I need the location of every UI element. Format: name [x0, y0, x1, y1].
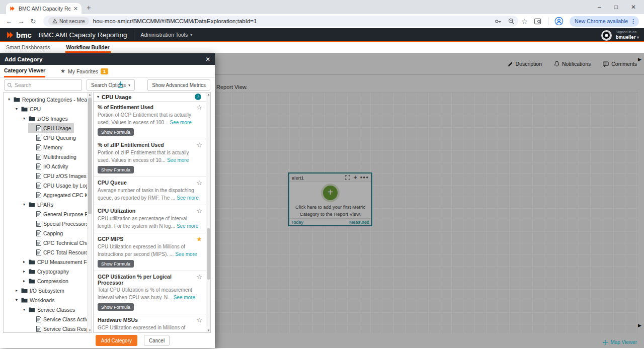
zoom-icon[interactable] — [508, 18, 515, 25]
see-more-link[interactable]: See more — [177, 223, 198, 229]
tree-node[interactable]: CPU Usage by Logical Processor — [28, 181, 92, 190]
tab-category-viewer[interactable]: Category Viewer — [4, 65, 45, 77]
metric-card[interactable]: % of zIIP Entitlement Used Portion of zI… — [94, 139, 207, 177]
tree-caret-icon[interactable] — [14, 288, 19, 293]
group-caret-icon[interactable]: ▾ — [97, 95, 99, 99]
widget-time-range[interactable]: Today — [291, 220, 303, 225]
metric-card[interactable]: % of Entitlement Used Portion of GCP Ent… — [94, 102, 207, 139]
tree-node[interactable]: CPC Total Resource Consumption — [28, 247, 92, 257]
profile-icon[interactable] — [554, 17, 564, 26]
tab-my-favorites[interactable]: ★ My Favorites 1 — [60, 65, 108, 77]
see-more-link[interactable]: See more — [170, 120, 191, 125]
widget-data-mode[interactable]: Measured — [349, 220, 369, 225]
tree-node[interactable]: Cryptography — [21, 267, 72, 276]
metric-card[interactable]: CPU Utilization CPU utilization as perce… — [94, 205, 207, 233]
browser-tab[interactable]: BMC AMI Capacity Reporting ✕ — [6, 3, 82, 14]
add-metric-icon[interactable]: + — [353, 175, 357, 181]
metric-card[interactable]: GCP Utilization % per Logical Processor … — [94, 271, 207, 314]
tree-caret-icon[interactable] — [22, 279, 27, 283]
metric-card[interactable]: Hardware MSUs GCP Utilization expressed … — [94, 314, 207, 333]
tree-node[interactable]: CPU z/OS Images Usage Limits — [28, 171, 92, 181]
tree-node[interactable]: Multithreading — [28, 152, 79, 161]
tree-scrollbar[interactable]: ▲ ▼ — [87, 93, 92, 332]
see-more-link[interactable]: See more — [167, 157, 189, 163]
tree-node[interactable]: LPARs — [21, 200, 56, 209]
new-tab-button[interactable]: + — [87, 3, 91, 12]
reading-mode-icon[interactable] — [534, 18, 542, 25]
window-close-button[interactable]: ✕ — [631, 4, 636, 11]
tree-caret-icon[interactable] — [22, 307, 27, 312]
widget-header[interactable]: alert1 + ●●● — [289, 173, 371, 182]
metric-card[interactable]: CPU Queue Average number of tasks in the… — [94, 177, 207, 205]
reload-icon[interactable]: ↻ — [27, 18, 39, 25]
add-category-button[interactable]: Add Category — [96, 335, 137, 346]
tree-node[interactable]: Reporting Categories - Measured — [6, 95, 92, 104]
new-chrome-button[interactable]: New Chrome available ⋮ — [570, 16, 639, 27]
dialog-close-icon[interactable]: ✕ — [205, 56, 210, 63]
notifications-link[interactable]: Notifications — [554, 61, 591, 67]
search-options-button[interactable]: Search Options ▾ — [87, 79, 135, 91]
not-secure-chip[interactable]: Not secure — [48, 17, 89, 25]
metric-card[interactable]: GCP MIPS CPU Utilization expressed in Mi… — [94, 233, 207, 271]
tab-workflow-builder[interactable]: Workflow Builder — [65, 43, 111, 53]
window-minimize-button[interactable]: – — [598, 4, 601, 11]
tree-node[interactable]: z/OS Images — [21, 114, 71, 123]
metric-scrollbar[interactable]: ▲ ▼ — [206, 93, 210, 332]
show-formula-button[interactable]: Show Formula — [98, 166, 134, 173]
expand-icon[interactable] — [345, 175, 350, 180]
expand-panel-right-icon[interactable]: ▶ — [638, 57, 641, 62]
tree-node[interactable]: General Purpose Processors — [28, 209, 92, 219]
address-bar[interactable]: Not secure hou-mco-amicr/BMCCMM/#/BMCCMM… — [43, 16, 518, 27]
add-category-circle-button[interactable]: + — [323, 186, 338, 200]
tree-caret-icon[interactable] — [14, 107, 19, 111]
window-restore-button[interactable]: □ — [614, 4, 618, 11]
tree-node[interactable]: Service Classes — [21, 305, 78, 314]
tree-node[interactable]: I/O Activity — [28, 161, 71, 171]
favorite-star-icon[interactable] — [196, 236, 202, 242]
map-viewer-link[interactable]: Map Viewer — [603, 339, 637, 345]
download-icon[interactable] — [117, 81, 124, 89]
tree-node[interactable]: CPC Technical Characteristics — [28, 238, 92, 247]
tab-smart-dashboards[interactable]: Smart Dashboards — [5, 43, 51, 53]
tree-caret-icon[interactable] — [7, 97, 12, 102]
widget-menu-icon[interactable]: ●●● — [360, 176, 369, 180]
tree-node[interactable]: CPU — [13, 104, 44, 114]
metric-group-header[interactable]: ▾ CPU Usage i — [94, 93, 210, 102]
tree-node[interactable]: I/O Subsystem — [13, 286, 67, 295]
signed-in-info[interactable]: Signed in as bmueller ▾ — [616, 30, 639, 40]
tree-node[interactable]: CPU Usage — [28, 123, 74, 133]
scroll-up-icon[interactable]: ▲ — [206, 93, 211, 96]
tree-node[interactable]: Aggregated CPC KPIs — [28, 190, 92, 200]
see-more-link[interactable]: See more — [175, 251, 197, 257]
search-input[interactable] — [15, 82, 75, 88]
scrollbar-thumb[interactable] — [88, 98, 92, 214]
favorite-star-icon[interactable] — [196, 142, 202, 148]
info-icon[interactable]: i — [195, 94, 201, 100]
tree-node[interactable]: CPU Measurement Facility — [21, 257, 92, 267]
favorite-star-icon[interactable] — [196, 104, 202, 111]
scroll-up-icon[interactable]: ▲ — [88, 93, 92, 96]
forward-icon[interactable]: → — [15, 18, 27, 25]
tree-caret-icon[interactable] — [22, 202, 27, 207]
show-formula-button[interactable]: Show Formula — [98, 260, 134, 268]
tree-caret-icon[interactable] — [22, 259, 27, 264]
tree-node[interactable]: Capping — [28, 228, 66, 238]
favorite-star-icon[interactable] — [196, 180, 202, 186]
tree-caret-icon[interactable] — [22, 116, 27, 121]
show-formula-button[interactable]: Show Formula — [98, 303, 134, 311]
administration-tools-menu[interactable]: Administration Tools ▾ — [134, 29, 198, 40]
see-more-link[interactable]: See more — [177, 195, 198, 201]
see-more-link[interactable]: See more — [174, 295, 195, 300]
user-avatar[interactable] — [601, 30, 612, 41]
comments-link[interactable]: Comments — [603, 61, 637, 67]
favorite-star-icon[interactable] — [196, 317, 202, 323]
tree-node[interactable]: Service Class Response Time — [28, 324, 92, 333]
favorite-star-icon[interactable] — [196, 208, 202, 214]
tree-node[interactable]: Special Processors — [28, 219, 92, 228]
show-advanced-metrics-button[interactable]: Show Advanced Metrics — [147, 79, 210, 91]
scroll-down-icon[interactable]: ▼ — [206, 329, 211, 332]
tree-node[interactable]: Memory — [28, 142, 65, 152]
tree-caret-icon[interactable] — [14, 298, 19, 302]
favorite-star-icon[interactable] — [196, 274, 202, 280]
tree-node[interactable]: Compression — [21, 276, 71, 286]
